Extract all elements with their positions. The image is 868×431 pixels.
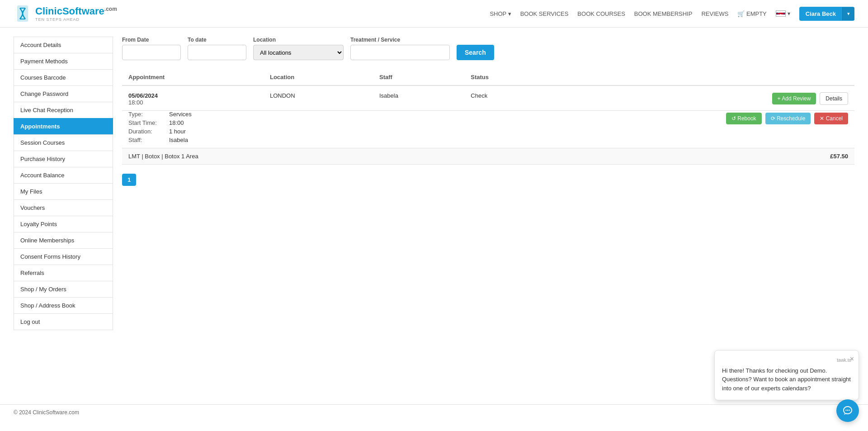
sidebar-item-loyalty-points[interactable]: Loyalty Points — [14, 216, 113, 232]
appt-detail-cell: Type: Services Start Time: 18:00 Duratio… — [122, 111, 464, 148]
rebook-button[interactable]: ↺ Rebook — [726, 113, 762, 124]
service-row: LMT | Botox | Botox 1 Area £57.50 — [122, 148, 854, 165]
sidebar-item-purchase-history[interactable]: Purchase History — [14, 151, 113, 167]
to-date-label: To date — [188, 37, 246, 43]
col-actions — [564, 69, 854, 85]
appt-actions-group: + Add Review Details — [571, 92, 848, 105]
from-date-label: From Date — [122, 37, 181, 43]
nav-cart[interactable]: 🛒 EMPTY — [737, 10, 766, 17]
sidebar-item-consent-forms-history[interactable]: Consent Forms History — [14, 248, 113, 265]
logo: ClinicSoftware.com TEN STEPS AHEAD — [14, 5, 117, 23]
svg-point-4 — [847, 410, 848, 411]
sidebar-item-change-password[interactable]: Change Password — [14, 85, 113, 102]
main-container: Account DetailsPayment MethodsCourses Ba… — [0, 28, 868, 404]
svg-point-3 — [845, 410, 846, 411]
add-review-button[interactable]: + Add Review — [772, 93, 816, 104]
sidebar-item-shop-/-my-orders[interactable]: Shop / My Orders — [14, 281, 113, 298]
sidebar-item-shop-/-address-book[interactable]: Shop / Address Book — [14, 297, 113, 314]
to-date-input[interactable] — [188, 45, 246, 60]
logo-text: ClinicSoftware.com TEN STEPS AHEAD — [35, 5, 117, 22]
logo-icon — [14, 5, 32, 23]
appt-datetime: 05/06/2024 18:00 — [122, 85, 264, 111]
language-selector[interactable]: ▾ — [776, 10, 790, 17]
sidebar-item-online-memberships[interactable]: Online Memberships — [14, 232, 113, 249]
appt-main-actions: + Add Review Details — [564, 85, 854, 111]
service-name: LMT | Botox | Botox 1 Area — [122, 148, 564, 165]
from-date-group: From Date — [122, 37, 181, 60]
sidebar-item-my-files[interactable]: My Files — [14, 183, 113, 200]
from-date-input[interactable] — [122, 45, 181, 60]
chat-bubble-button[interactable] — [836, 399, 859, 420]
sidebar-item-vouchers[interactable]: Vouchers — [14, 199, 113, 216]
sidebar-item-payment-methods[interactable]: Payment Methods — [14, 53, 113, 70]
page-1-button[interactable]: 1 — [122, 174, 136, 186]
appt-secondary-actions: ↺ Rebook ⟳ Reschedule ✕ Cancel — [471, 111, 848, 124]
sidebar-item-account-balance[interactable]: Account Balance — [14, 167, 113, 184]
col-staff: Staff — [373, 69, 464, 85]
search-button[interactable]: Search — [457, 45, 494, 60]
location-label: Location — [253, 37, 344, 43]
user-menu[interactable]: Ciara Beck ▾ — [799, 7, 854, 21]
copyright: © 2024 ClinicSoftware.com — [14, 409, 79, 416]
user-dropdown-arrow: ▾ — [842, 7, 854, 20]
table-header-row: Appointment Location Staff Status — [122, 69, 854, 85]
location-select[interactable]: All locations LONDON — [253, 45, 344, 60]
brand-tagline: TEN STEPS AHEAD — [35, 17, 117, 22]
nav-shop[interactable]: SHOP ▾ — [490, 10, 511, 17]
appt-status: Check — [464, 85, 564, 111]
nav-book-courses[interactable]: BOOK COURSES — [577, 10, 625, 17]
nav-reviews[interactable]: REVIEWS — [701, 10, 728, 17]
language-dropdown-arrow: ▾ — [788, 10, 790, 17]
location-group: Location All locations LONDON — [253, 37, 344, 60]
chat-box: × tawk.to Hi there! Thanks for checking … — [714, 350, 859, 401]
service-price: £57.50 — [564, 148, 854, 165]
table-row: 05/06/2024 18:00 LONDON Isabela Check + … — [122, 85, 854, 111]
main-nav: SHOP ▾ BOOK SERVICES BOOK COURSES BOOK M… — [490, 7, 854, 21]
sidebar: Account DetailsPayment MethodsCourses Ba… — [14, 37, 113, 395]
type-value: Services — [169, 111, 458, 118]
start-time-value: 18:00 — [169, 119, 458, 126]
sidebar-item-courses-barcode[interactable]: Courses Barcode — [14, 69, 113, 86]
chat-bubble-icon — [842, 405, 853, 416]
chat-message: Hi there! Thanks for checking out Demo. … — [722, 366, 851, 393]
col-status: Status — [464, 69, 564, 85]
sidebar-item-session-courses[interactable]: Session Courses — [14, 134, 113, 151]
treatment-label: Treatment / Service — [350, 37, 450, 43]
type-label: Type: — [128, 111, 169, 118]
details-button[interactable]: Details — [820, 92, 848, 105]
staff-value: Isabela — [169, 137, 458, 143]
reschedule-button[interactable]: ⟳ Reschedule — [765, 113, 811, 124]
user-name: Ciara Beck — [799, 7, 842, 21]
appt-location: LONDON — [264, 85, 373, 111]
to-date-group: To date — [188, 37, 246, 60]
nav-book-membership[interactable]: BOOK MEMBERSHIP — [634, 10, 693, 17]
pagination: 1 — [122, 174, 854, 186]
sidebar-item-log-out[interactable]: Log out — [14, 313, 113, 330]
cancel-button[interactable]: ✕ Cancel — [814, 113, 848, 124]
duration-label: Duration: — [128, 128, 169, 135]
filter-bar: From Date To date Location All locations… — [122, 37, 854, 60]
svg-point-5 — [849, 410, 849, 411]
chat-logo: tawk.to — [722, 358, 851, 363]
brand-clinic: Clinic — [35, 5, 62, 17]
brand-software: Software — [62, 5, 104, 17]
appt-time: 18:00 — [128, 99, 257, 106]
col-appointment: Appointment — [122, 69, 264, 85]
sidebar-item-live-chat-reception[interactable]: Live Chat Reception — [14, 102, 113, 118]
header: ClinicSoftware.com TEN STEPS AHEAD SHOP … — [0, 0, 868, 28]
staff-label: Staff: — [128, 137, 169, 143]
treatment-group: Treatment / Service — [350, 37, 450, 60]
footer: © 2024 ClinicSoftware.com Demo — [0, 404, 868, 420]
sidebar-item-account-details[interactable]: Account Details — [14, 37, 113, 53]
brand-com: .com — [104, 6, 117, 12]
chat-close-button[interactable]: × — [850, 355, 854, 363]
col-location: Location — [264, 69, 373, 85]
appt-staff: Isabela — [373, 85, 464, 111]
appt-date: 05/06/2024 — [128, 92, 257, 99]
sidebar-item-referrals[interactable]: Referrals — [14, 265, 113, 281]
nav-book-services[interactable]: BOOK SERVICES — [520, 10, 569, 17]
appt-detail-info: Type: Services Start Time: 18:00 Duratio… — [128, 111, 458, 143]
treatment-input[interactable] — [350, 45, 450, 60]
start-time-label: Start Time: — [128, 119, 169, 126]
sidebar-item-appointments[interactable]: Appointments — [14, 118, 113, 135]
